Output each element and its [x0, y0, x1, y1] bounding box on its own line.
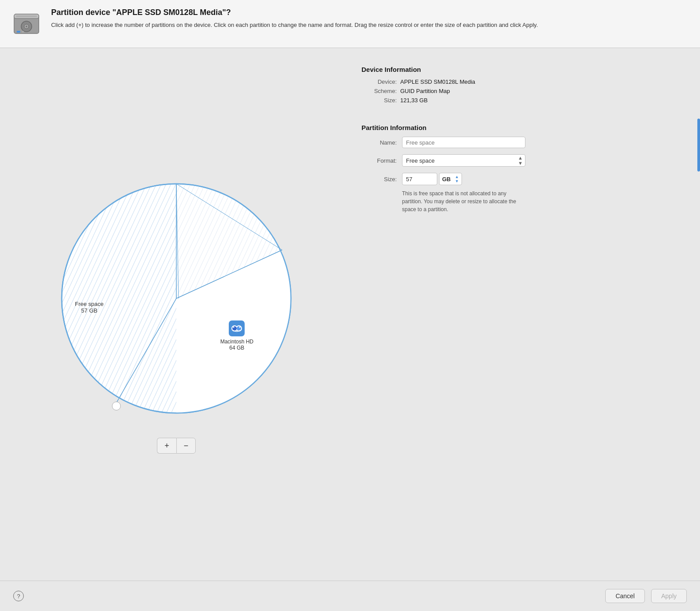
size-unit-label: GB [442, 176, 451, 183]
remove-partition-button[interactable]: − [176, 438, 196, 454]
hard-drive-icon [11, 8, 42, 40]
svg-point-23 [237, 326, 241, 331]
partition-name-input[interactable] [402, 137, 525, 148]
pie-chart[interactable]: Free space 57 GB Macintosh HD [48, 175, 304, 431]
partition-info-section: Partition Information Name: Format: Free… [361, 124, 682, 213]
size-unit-button[interactable]: GB ▲▼ [439, 173, 462, 185]
help-button[interactable]: ? [13, 591, 24, 601]
svg-point-22 [232, 326, 237, 331]
partition-info-title: Partition Information [361, 124, 682, 131]
format-select[interactable]: Free space APFS Mac OS Extended (Journal… [402, 154, 525, 167]
format-form-label: Format: [361, 157, 397, 164]
cancel-button[interactable]: Cancel [605, 589, 645, 603]
size-unit-wrapper: GB ▲▼ [439, 173, 462, 185]
size-label: Size: [361, 97, 397, 104]
device-row: Device: APPLE SSD SM0128L Media [361, 78, 682, 85]
format-select-wrapper: Free space APFS Mac OS Extended (Journal… [402, 154, 525, 167]
dialog-title: Partition device "APPLE SSD SM0128L Medi… [51, 8, 689, 17]
size-row: Size: 121,33 GB [361, 97, 682, 104]
scheme-row: Scheme: GUID Partition Map [361, 88, 682, 94]
finder-icon [229, 320, 245, 336]
info-panel: Device Information Device: APPLE SSD SM0… [353, 57, 700, 572]
format-row: Format: Free space APFS Mac OS Extended … [361, 154, 682, 167]
size-form-row: Size: GB ▲▼ [361, 173, 682, 185]
svg-rect-7 [22, 31, 24, 33]
svg-point-25 [239, 327, 241, 328]
name-row: Name: [361, 137, 682, 148]
add-partition-button[interactable]: + [157, 438, 176, 454]
header-text: Partition device "APPLE SSD SM0128L Medi… [51, 8, 689, 30]
partition-controls: + − [157, 438, 196, 454]
macintosh-hd-label[interactable]: Macintosh HD 64 GB [220, 320, 253, 351]
partition-chart-panel: Free space 57 GB Macintosh HD [0, 57, 353, 572]
apply-button[interactable]: Apply [651, 589, 687, 603]
macintosh-hd-name: Macintosh HD [220, 339, 253, 345]
device-info-section: Device Information Device: APPLE SSD SM0… [361, 66, 682, 106]
svg-rect-6 [17, 31, 20, 33]
bottom-actions: Cancel Apply [605, 589, 687, 603]
scheme-label: Scheme: [361, 88, 397, 94]
partition-size-input[interactable] [402, 173, 437, 185]
scheme-value: GUID Partition Map [400, 88, 450, 94]
size-value: 121,33 GB [400, 97, 428, 104]
device-value: APPLE SSD SM0128L Media [400, 78, 475, 85]
name-form-label: Name: [361, 139, 397, 146]
macintosh-hd-size: 64 GB [220, 345, 253, 351]
dialog-header: Partition device "APPLE SSD SM0128L Medi… [0, 0, 700, 48]
svg-point-5 [26, 26, 27, 27]
dialog-description: Click add (+) to increase the number of … [51, 21, 689, 30]
svg-rect-2 [16, 15, 37, 17]
freespace-note: This is free space that is not allocated… [402, 190, 525, 213]
size-unit-arrows: ▲▼ [455, 175, 459, 183]
svg-point-24 [233, 327, 235, 328]
scrollbar-accent[interactable] [697, 119, 700, 171]
device-info-title: Device Information [361, 66, 682, 73]
bottom-bar: ? Cancel Apply [0, 581, 700, 611]
size-form-label: Size: [361, 176, 397, 183]
main-content: Free space 57 GB Macintosh HD [0, 48, 700, 581]
resize-handle[interactable] [112, 402, 121, 410]
device-label: Device: [361, 78, 397, 85]
